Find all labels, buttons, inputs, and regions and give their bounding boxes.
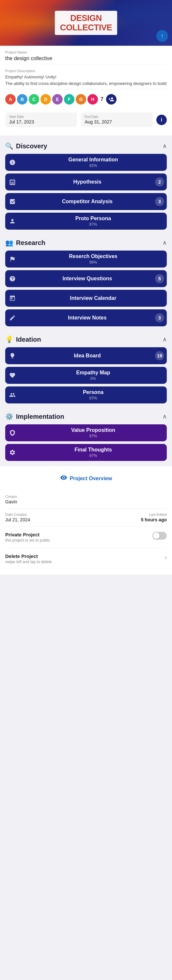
- general-info-icon: [5, 154, 20, 171]
- creator-col: Creator Gavin: [5, 495, 17, 504]
- private-project-toggle[interactable]: [152, 532, 167, 540]
- value-proposition-content: Value Proposition 97%: [20, 425, 167, 441]
- implementation-items: Value Proposition 97% Final Thoughts 97%: [0, 424, 172, 463]
- avatar: E: [52, 94, 63, 105]
- empathy-map-label: Empathy Map: [76, 370, 110, 375]
- general-info-progress: 92%: [89, 163, 97, 168]
- date-created-value: Jul 21, 2024: [5, 517, 30, 522]
- value-proposition-progress: 97%: [89, 434, 97, 438]
- project-name-label: Project Name: [5, 50, 167, 54]
- members-row: A B C D E F G H 7: [5, 89, 167, 109]
- last-edited-value: 5 hours ago: [141, 517, 167, 522]
- idea-board-content: Idea Board: [20, 350, 155, 361]
- nav-item-proto-persona[interactable]: Proto Persona 87%: [5, 213, 167, 230]
- nav-item-competitor-analysis[interactable]: Competitor Analysis 3: [5, 193, 167, 210]
- nav-item-interview-calendar[interactable]: Interview Calendar: [5, 290, 167, 307]
- competitor-analysis-label: Competitor Analysis: [62, 199, 113, 205]
- empathy-map-icon: [5, 367, 20, 384]
- interview-calendar-content: Interview Calendar: [20, 293, 167, 304]
- info-button[interactable]: i: [156, 115, 167, 125]
- discovery-header: 🔍 Discovery ∧: [5, 138, 167, 153]
- project-banner: DESIGNCOLLECTIVE ↑: [0, 0, 172, 46]
- nav-item-general-info[interactable]: General Information 92%: [5, 154, 167, 171]
- nav-item-persona[interactable]: Persona 97%: [5, 387, 167, 403]
- avatar: C: [29, 94, 39, 105]
- value-proposition-icon: [5, 424, 20, 441]
- nav-item-interview-questions[interactable]: Interview Questions 5: [5, 270, 167, 287]
- discovery-toggle[interactable]: ∧: [163, 142, 167, 150]
- interview-questions-icon: [5, 270, 20, 287]
- discovery-title-row: 🔍 Discovery: [5, 142, 47, 150]
- dates-row: Start Date Jul 17, 2023 End Date Aug 31,…: [5, 109, 167, 130]
- overview-label: Project Overview: [70, 476, 112, 482]
- interview-notes-label: Interview Notes: [68, 315, 106, 321]
- nav-item-hypothesis[interactable]: Hypothesis 2: [5, 173, 167, 191]
- hypothesis-icon: [5, 173, 20, 191]
- implementation-title: Implementation: [16, 413, 64, 420]
- ideation-title: Ideation: [16, 336, 41, 343]
- delete-project-row[interactable]: Delete Project swipe left and tap to del…: [5, 548, 167, 570]
- interview-notes-icon: [5, 309, 20, 326]
- implementation-icon: ⚙️: [5, 412, 13, 420]
- nav-item-interview-notes[interactable]: Interview Notes 3: [5, 309, 167, 326]
- nav-item-value-proposition[interactable]: Value Proposition 97%: [5, 424, 167, 441]
- nav-item-final-thoughts[interactable]: Final Thoughts 97%: [5, 444, 167, 461]
- nav-item-research-objectives[interactable]: Reserch Objectives 96%: [5, 251, 167, 267]
- toggle-knob: [153, 533, 159, 539]
- creator-label: Creator: [5, 495, 17, 498]
- overview-section: Project Overview: [0, 466, 172, 491]
- interview-questions-badge: 5: [155, 274, 164, 283]
- avatar: B: [17, 94, 27, 105]
- end-date-field[interactable]: End Date Aug 31, 2027: [81, 112, 153, 127]
- ideation-section: 💡 Ideation ∧: [0, 329, 172, 347]
- end-date-value: Aug 31, 2027: [85, 119, 149, 124]
- avatar: H: [87, 94, 98, 105]
- private-project-title: Private Project: [5, 532, 50, 538]
- private-project-subtitle: this project is set to public: [5, 538, 50, 542]
- discovery-section: 🔍 Discovery ∧: [0, 135, 172, 154]
- ideation-title-row: 💡 Ideation: [5, 336, 41, 343]
- banner-title: DESIGNCOLLECTIVE: [55, 11, 117, 35]
- competitor-analysis-content: Competitor Analysis: [20, 196, 155, 207]
- final-thoughts-label: Final Thoughts: [74, 447, 112, 453]
- ideation-icon: 💡: [5, 336, 13, 343]
- project-description-field: Project Description Empathy! Autonomy! U…: [5, 64, 167, 89]
- ideation-header: 💡 Ideation ∧: [5, 332, 167, 346]
- project-overview-button[interactable]: Project Overview: [55, 471, 117, 485]
- overview-icon: [60, 474, 67, 483]
- page-container: DESIGNCOLLECTIVE ↑ Project Name the desi…: [0, 0, 172, 588]
- creator-value: Gavin: [5, 499, 17, 504]
- persona-icon: [5, 387, 20, 403]
- implementation-header: ⚙️ Implementation ∧: [5, 409, 167, 423]
- nav-item-empathy-map[interactable]: Empathy Map 0%: [5, 367, 167, 384]
- project-name-value: the design collective: [5, 56, 167, 61]
- add-member-button[interactable]: [106, 94, 117, 105]
- project-name-field: Project Name the design collective: [5, 46, 167, 64]
- avatar: D: [41, 94, 51, 105]
- last-edited-label: Last Edited: [149, 512, 167, 517]
- research-title-row: 👥 Research: [5, 239, 45, 247]
- competitor-analysis-badge: 3: [155, 197, 164, 206]
- idea-board-badge: 19: [155, 351, 164, 360]
- final-thoughts-progress: 97%: [89, 453, 97, 458]
- nav-item-idea-board[interactable]: Idea Board 19: [5, 347, 167, 364]
- research-toggle[interactable]: ∧: [163, 239, 167, 246]
- project-description-line1: Empathy! Autonomy! Unity!: [5, 74, 167, 80]
- persona-progress: 97%: [89, 396, 97, 401]
- avatar: G: [76, 94, 86, 105]
- hypothesis-content: Hypothesis: [20, 177, 155, 188]
- research-header: 👥 Research ∧: [5, 235, 167, 249]
- dates-meta-row: Date Created Jul 21, 2024 Last Edited 5 …: [5, 509, 167, 527]
- research-items: Reserch Objectives 96% Interview Questio…: [0, 251, 172, 329]
- creator-row: Creator Gavin: [5, 491, 167, 509]
- start-date-field[interactable]: Start Date Jul 17, 2023: [5, 112, 77, 127]
- private-project-text: Private Project this project is set to p…: [5, 532, 50, 542]
- ideation-toggle[interactable]: ∧: [163, 336, 167, 343]
- research-objectives-content: Reserch Objectives 96%: [20, 251, 167, 267]
- upload-button[interactable]: ↑: [156, 30, 168, 42]
- final-thoughts-icon: [5, 444, 20, 461]
- implementation-section: ⚙️ Implementation ∧: [0, 406, 172, 424]
- chevron-right-icon: ‹: [165, 554, 167, 561]
- implementation-toggle[interactable]: ∧: [163, 413, 167, 420]
- research-objectives-label: Reserch Objectives: [69, 253, 117, 259]
